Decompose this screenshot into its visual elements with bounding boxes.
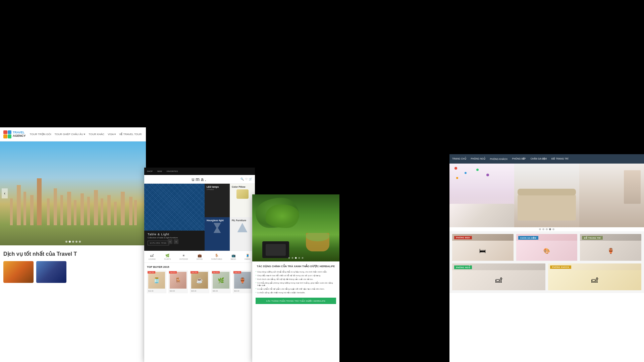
uma-icon-outdoor[interactable]: ☀ OUTDOOR	[179, 254, 188, 260]
cat-khach-img: 🛋	[548, 270, 641, 290]
screenshot-bedroom: TRANG CHỦ PHÒNG NGỦ PHÒNG KHÁCH PHÒNG BẾ…	[449, 154, 644, 362]
bedroom-cat-chan-ga[interactable]: 🎨 CHĂN GA ĐỆM	[516, 234, 578, 261]
uma-card-hourglass[interactable]: Hourglass light	[205, 217, 230, 251]
bedroom-hero-dots-bar	[449, 227, 644, 231]
bedroom-nav-do-trang-tri[interactable]: ĐỒ TRANG TRÍ	[551, 158, 568, 160]
ruin-col-17	[129, 197, 132, 225]
bedroom-dot-1[interactable]	[539, 228, 541, 230]
uma-products: Sale 20% 🫙 $12.00 Sale 20% 🪑 $18.00 Sale…	[147, 270, 252, 293]
tea-dark-leaves	[266, 244, 286, 256]
uma-plants-label: PLANTS	[164, 258, 171, 260]
uma-table-sub: Collection of table & light furniture	[148, 237, 201, 239]
uma-hero-next-button[interactable]: ›	[174, 239, 178, 244]
uma-nav-favorites[interactable]: FAVORITES	[167, 170, 178, 172]
hero-dot-5[interactable]	[79, 241, 81, 243]
uma-top-buyer: TOP BUYER 2015 Sale 20% 🫙 $12.00 Sale 20…	[144, 263, 255, 296]
uma-icon-bar: 🛋 LOUNGE 🌿 PLANTS ☀ OUTDOOR 💼 OFFICE 🪑 F…	[144, 251, 255, 263]
bedroom-cat-do-trang[interactable]: 🏺 ĐỒ TRANG TRÍ	[580, 234, 641, 261]
travel-nav-tour-khac[interactable]: TOUR KHÁC	[89, 133, 104, 136]
uma-product-5[interactable]: Sale 20% 🏺 $22.00	[233, 270, 252, 293]
uma-mesh-texture	[144, 184, 205, 231]
hero-dot-4[interactable]	[75, 241, 77, 243]
travel-hero-prev-button[interactable]: ‹	[2, 188, 8, 198]
bedroom-hero-img2	[514, 164, 579, 227]
travel-nav-chau-au[interactable]: TOUR GHÉP CHÂU ÂU ▾	[54, 133, 85, 136]
uma-card-pillow[interactable]: Color Pillow	[230, 184, 255, 217]
ruin-col-4	[30, 195, 34, 225]
bedroom-categories-row1: 🛏 PHÒNG BED 🎨 CHĂN GA ĐỆM 🏺 ĐỒ TRANG TRÍ	[449, 231, 644, 263]
uma-card-led[interactable]: LED lamps 5 Product	[205, 184, 230, 217]
ruin-col-5	[47, 198, 50, 225]
tea-dot-4[interactable]	[299, 257, 300, 259]
hero-dot-1[interactable]	[65, 241, 67, 243]
bedroom-cat-phong-bed[interactable]: 🛏 PHÒNG BED	[452, 234, 514, 261]
hero-dot-3[interactable]	[72, 241, 74, 243]
bedroom-nav-home[interactable]: TRANG CHỦ	[452, 158, 466, 160]
dot-red	[454, 167, 457, 170]
tea-dot-5[interactable]	[302, 257, 304, 259]
uma-icon-furniture[interactable]: 🪑 FURNITURES	[211, 254, 222, 260]
tea-cta-button[interactable]: CÁC THÀNH PHẦN TRONG TRÀ THẢO DƯỢC HERBA…	[256, 298, 336, 304]
uma-icon-fabric[interactable]: 🧵 FABRIC	[245, 254, 251, 260]
ruin-col-3	[23, 192, 26, 225]
uma-product-2-price: $18.00	[170, 290, 186, 292]
travel-nav-tour-tron-goi[interactable]: TOUR TRỌN GÓI	[30, 133, 51, 136]
uma-card-fil[interactable]: FIL Furniture	[230, 217, 255, 251]
uma-product-2[interactable]: Sale 20% 🪑 $18.00	[168, 270, 188, 293]
uma-fabric-label: FABRIC	[245, 258, 251, 260]
uma-explore-button[interactable]: EXPLORE FREE	[148, 241, 169, 245]
uma-product-3-img: ☕	[191, 272, 208, 289]
uma-hero-prev-button[interactable]: ‹	[168, 239, 172, 244]
bedroom-hero-img1	[449, 164, 514, 227]
uma-logo: uma.	[192, 177, 207, 182]
bedroom-cat-trang-label: ĐỒ TRANG TRÍ	[582, 236, 603, 240]
tea-dark-dish	[262, 241, 289, 258]
travel-card-city1[interactable]	[3, 261, 34, 283]
bedroom-cat-phong-khach2[interactable]: 🛋 PHÒNG KHÁCH	[548, 263, 641, 290]
uma-nav-new[interactable]: NEW	[157, 170, 162, 172]
uma-furniture-icon: 🪑	[215, 254, 219, 257]
uma-fabric-icon: 🧵	[246, 254, 250, 257]
uma-product-5-img: 🏺	[234, 272, 251, 289]
hero-dot-2[interactable]	[69, 241, 71, 243]
decor-image-content	[579, 164, 644, 227]
bedroom-nav-chan-ga[interactable]: CHĂN GA ĐỆM	[531, 158, 547, 160]
tea-dot-1[interactable]	[288, 257, 290, 259]
tea-bowl	[306, 233, 329, 251]
bedroom-nav-phong-bep[interactable]: PHÒNG BẾP	[512, 158, 526, 160]
travel-card-city2[interactable]	[36, 261, 66, 283]
ruin-col-8	[67, 192, 71, 225]
uma-product-5-price: $22.00	[234, 290, 251, 292]
uma-product-3[interactable]: Sale 20% ☕ $25.00	[190, 270, 209, 293]
bedroom-dot-3[interactable]	[546, 228, 548, 230]
tea-hero-dots	[288, 257, 304, 259]
uma-media-icon: 📺	[231, 254, 235, 257]
tea-benefit-4: Có khả năng giải phóng năng lượng trong …	[256, 281, 336, 287]
bedroom-cat-phong-ngu[interactable]: 🛋 PHÒNG NGỦ	[452, 263, 545, 290]
uma-icon-plants[interactable]: 🌿 PLANTS	[164, 254, 171, 260]
travel-nav-visa[interactable]: VISA ▾	[108, 133, 116, 136]
bedroom-dot-2[interactable]	[542, 228, 544, 230]
tea-benefits-list: Giúp tăng cường sức khoẻ tổng thể và sự …	[256, 270, 336, 294]
uma-nav-shop[interactable]: SHOP	[147, 170, 153, 172]
bedroom-dot-5[interactable]	[552, 228, 554, 230]
uma-product-1[interactable]: Sale 20% 🫙 $12.00	[147, 270, 166, 293]
uma-search-icon[interactable]: 🔍	[240, 178, 244, 181]
uma-hourglass-icon	[214, 223, 221, 233]
tea-dot-2[interactable]	[292, 257, 293, 259]
uma-outdoor-label: OUTDOOR	[179, 258, 188, 260]
uma-heart-icon[interactable]: ♡	[245, 178, 248, 181]
uma-cart-icon[interactable]: 🛒	[249, 178, 252, 181]
bedroom-nav-phong-ngu[interactable]: PHÒNG NGỦ	[471, 158, 485, 160]
tea-dot-3[interactable]	[295, 257, 297, 259]
travel-nav-about[interactable]: VỀ TRAVEL TOUR	[119, 133, 142, 136]
bedroom-nav-phong-khach[interactable]: PHÒNG KHÁCH	[490, 158, 507, 160]
uma-icon-office[interactable]: 💼 OFFICE	[197, 254, 203, 260]
bed-shape	[449, 204, 514, 227]
uma-icon-media[interactable]: 📺 MEDIA	[231, 254, 236, 260]
bedroom-dot-4[interactable]	[549, 228, 551, 230]
uma-icon-lounge[interactable]: 🛋 LOUNGE	[149, 254, 156, 260]
uma-product-4[interactable]: Sale 20% 🌿 $30.00	[211, 270, 231, 293]
bedroom-cat-khach-label: PHÒNG KHÁCH	[550, 265, 571, 269]
uma-product-1-img: 🫙	[148, 272, 165, 289]
